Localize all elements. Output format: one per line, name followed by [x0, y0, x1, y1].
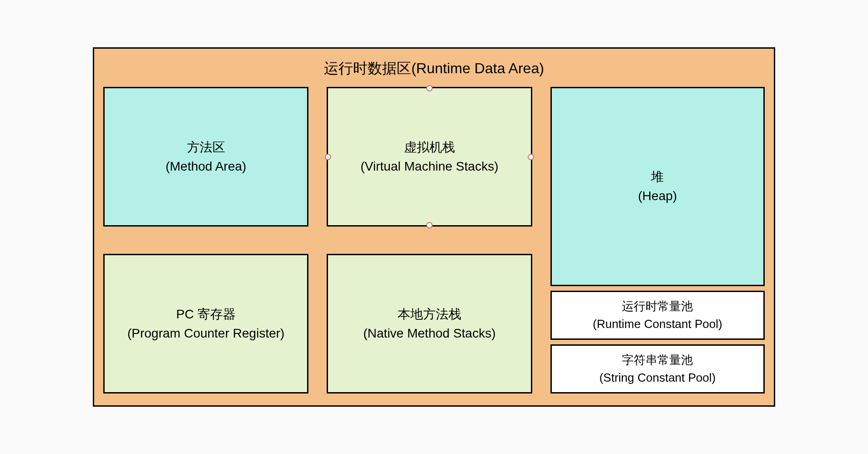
string-constant-pool-label-cn: 字符串常量池 [599, 351, 716, 369]
selection-handle-left[interactable] [325, 154, 331, 160]
pc-register-label-cn: PC 寄存器 [127, 305, 284, 324]
vm-stacks-label-cn: 虚拟机栈 [361, 138, 499, 157]
heap-label-cn: 堆 [638, 167, 677, 187]
native-stacks-label-cn: 本地方法栈 [363, 305, 496, 324]
runtime-constant-pool-box: 运行时常量池 (Runtime Constant Pool) [550, 291, 765, 340]
method-area-box: 方法区 (Method Area) [103, 87, 308, 227]
pc-register-label-en: (Program Counter Register) [127, 324, 284, 343]
vm-stacks-box[interactable]: 虚拟机栈 (Virtual Machine Stacks) [327, 87, 532, 227]
left-grid: 方法区 (Method Area) 虚拟机栈 (Virtual Machine … [103, 87, 532, 393]
runtime-constant-pool-label-cn: 运行时常量池 [593, 298, 722, 315]
heap-box: 堆 (Heap) [550, 87, 765, 286]
native-stacks-box: 本地方法栈 (Native Method Stacks) [327, 254, 532, 393]
string-constant-pool-box: 字符串常量池 (String Constant Pool) [550, 344, 765, 393]
native-stacks-label-en: (Native Method Stacks) [363, 324, 496, 343]
diagram-content: 方法区 (Method Area) 虚拟机栈 (Virtual Machine … [103, 87, 765, 393]
runtime-data-area-container: 运行时数据区(Runtime Data Area) 方法区 (Method Ar… [93, 47, 775, 407]
selection-handle-bottom[interactable] [426, 222, 433, 228]
right-column: 堆 (Heap) 运行时常量池 (Runtime Constant Pool) … [550, 87, 765, 393]
runtime-constant-pool-label-en: (Runtime Constant Pool) [593, 315, 722, 333]
heap-label-en: (Heap) [638, 187, 677, 206]
pc-register-box: PC 寄存器 (Program Counter Register) [103, 254, 308, 393]
selection-handle-top[interactable] [426, 85, 433, 91]
method-area-label-en: (Method Area) [166, 157, 246, 176]
selection-handle-right[interactable] [528, 154, 534, 160]
diagram-title: 运行时数据区(Runtime Data Area) [103, 53, 765, 87]
string-constant-pool-label-en: (String Constant Pool) [599, 369, 716, 387]
vm-stacks-label-en: (Virtual Machine Stacks) [361, 157, 499, 176]
method-area-label-cn: 方法区 [166, 138, 246, 157]
